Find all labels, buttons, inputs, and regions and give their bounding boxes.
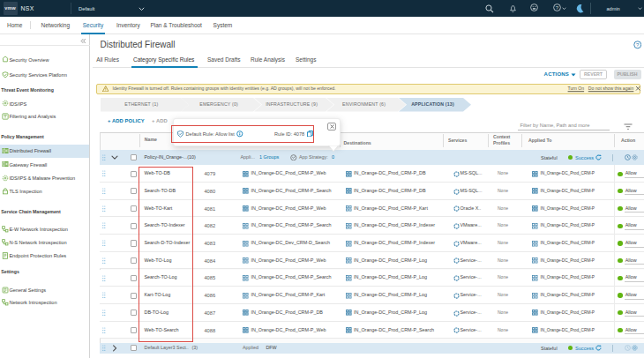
svg-text:?: ? (556, 5, 559, 11)
svg-text:?: ? (636, 42, 640, 48)
